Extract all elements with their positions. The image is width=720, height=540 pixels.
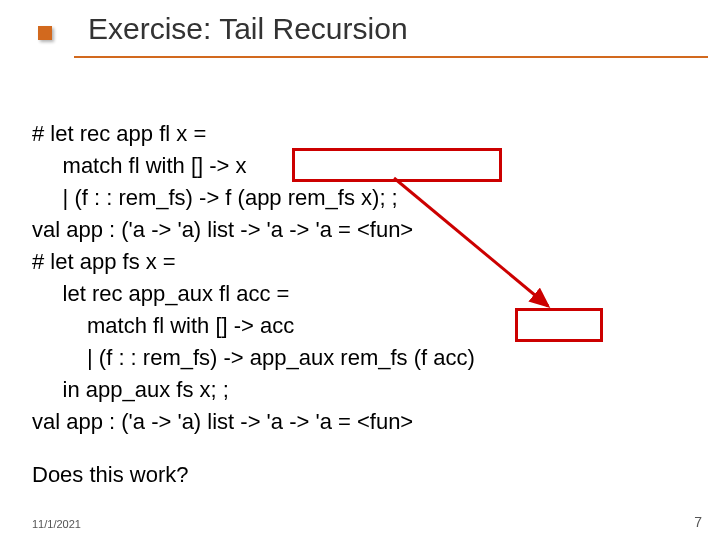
footer-date: 11/1/2021 [32, 518, 81, 530]
code-line-8: | (f : : rem_fs) -> app_aux rem_fs (f ac… [32, 345, 475, 370]
question-text: Does this work? [32, 462, 189, 488]
code-line-1: # let rec app fl x = [32, 121, 206, 146]
code-line-9: in app_aux fs x; ; [32, 377, 229, 402]
code-line-6: let rec app_aux fl acc = [32, 281, 289, 306]
code-line-3: | (f : : rem_fs) -> f (app rem_fs x); ; [32, 185, 398, 210]
code-line-7: match fl with [] -> acc [32, 313, 294, 338]
slide-title: Exercise: Tail Recursion [88, 12, 720, 46]
code-line-10: val app : ('a -> 'a) list -> 'a -> 'a = … [32, 409, 413, 434]
code-block: # let rec app fl x = match fl with [] ->… [32, 86, 475, 438]
footer-page-number: 7 [694, 514, 702, 530]
code-line-2: match fl with [] -> x [32, 153, 247, 178]
slide-title-area: Exercise: Tail Recursion [0, 0, 720, 46]
code-line-5: # let app fs x = [32, 249, 176, 274]
code-line-4: val app : ('a -> 'a) list -> 'a -> 'a = … [32, 217, 413, 242]
highlight-box-2 [515, 308, 603, 342]
title-underline [74, 56, 708, 58]
title-bullet-icon [38, 26, 52, 40]
